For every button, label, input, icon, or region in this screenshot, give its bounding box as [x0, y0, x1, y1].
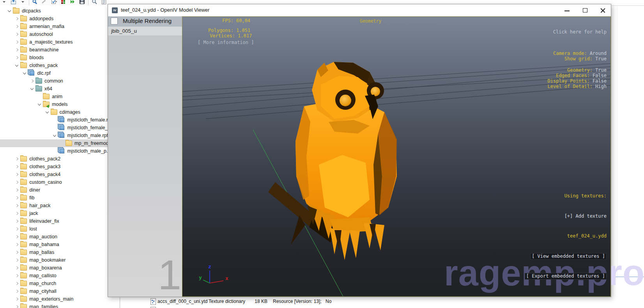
multiple-rendering-checkbox[interactable]: [111, 18, 118, 25]
chevron-right-icon[interactable]: [14, 156, 19, 162]
tree-item-clothes_pack[interactable]: clothes_pack: [0, 62, 108, 69]
chevron-right-icon[interactable]: [14, 172, 19, 177]
chevron-right-icon[interactable]: [14, 226, 19, 232]
color-blocks-icon[interactable]: [60, 0, 67, 5]
tree-item-map_bahama[interactable]: map_bahama: [0, 241, 108, 248]
tree-item-cdimages[interactable]: cdimages: [0, 108, 108, 116]
help-link[interactable]: Click here for help: [548, 29, 607, 35]
tree-item-mp_m_freemode_01_m[interactable]: mp_m_freemode_01_m: [0, 139, 108, 147]
save-icon[interactable]: [79, 0, 85, 5]
search-icon[interactable]: [91, 0, 98, 5]
chevron-right-icon[interactable]: [14, 273, 19, 278]
tree-item-mjsticloth_female_p.rpf[interactable]: mjsticloth_female_p.rpf: [0, 124, 108, 132]
tree-item-lifeinvader_fix[interactable]: lifeinvader_fix: [0, 217, 108, 225]
tree-item-lost[interactable]: lost: [0, 225, 108, 233]
chevron-right-icon[interactable]: [14, 55, 19, 60]
setting-camera-mode[interactable]: Camera mode:Around: [548, 51, 607, 56]
chevron-right-icon[interactable]: [14, 250, 19, 255]
tree-item-x64[interactable]: x64: [0, 85, 108, 93]
play-icon[interactable]: [69, 0, 76, 5]
setting-geometry[interactable]: Geometry:True: [548, 67, 607, 73]
tree-item-map_callisto[interactable]: map_callisto: [0, 272, 108, 280]
setting-display-points[interactable]: Display Points:False: [548, 78, 607, 84]
tree-item-clothes_pack2[interactable]: clothes_pack2: [0, 155, 108, 163]
tree-item-mjsticloth_male.rpf[interactable]: mjsticloth_male.rpf: [0, 132, 108, 139]
close-button[interactable]: [597, 7, 609, 14]
model-list-item[interactable]: jbib_005_u: [108, 26, 182, 35]
more-information-link[interactable]: [ More information ]: [198, 40, 254, 45]
tree-item-mjsticloth_male_p.rpf[interactable]: mjsticloth_male_p.rpf: [0, 147, 108, 155]
chevron-right-icon[interactable]: [14, 218, 19, 224]
minimize-button[interactable]: [561, 7, 573, 14]
setting-level-of-detail[interactable]: Level of Detail:High: [548, 84, 607, 89]
dropdown-caret-icon[interactable]: [1, 0, 7, 5]
tree-item-clothes_pack4[interactable]: clothes_pack4: [0, 171, 108, 178]
setting-edged-faces[interactable]: Edged Faces:False: [548, 73, 607, 78]
tree-item-clothes_pack3[interactable]: clothes_pack3: [0, 163, 108, 171]
chevron-down-icon[interactable]: [37, 102, 42, 107]
chevron-right-icon[interactable]: [14, 234, 19, 239]
import-window-icon[interactable]: [10, 0, 17, 5]
chevron-right-icon[interactable]: [14, 32, 19, 37]
chevron-right-icon[interactable]: [14, 195, 19, 201]
chevron-right-icon[interactable]: [14, 164, 19, 169]
tree-item-dlc.rpf[interactable]: dlc.rpf: [0, 69, 108, 77]
chevron-right-icon[interactable]: [14, 180, 19, 185]
chevron-right-icon[interactable]: [29, 78, 35, 84]
chevron-down-icon[interactable]: [52, 133, 57, 138]
dropdown-caret-icon[interactable]: [19, 0, 26, 5]
tasks-check-icon[interactable]: [51, 0, 57, 5]
chevron-right-icon[interactable]: [14, 203, 19, 208]
chevron-right-icon[interactable]: [14, 24, 19, 29]
chevron-right-icon[interactable]: [14, 187, 19, 193]
file-row[interactable]: accs_diff_000_c_uni.ytdTexture dictionar…: [0, 306, 429, 308]
chevron-right-icon[interactable]: [14, 289, 19, 294]
chevron-right-icon[interactable]: [14, 211, 19, 216]
chevron-right-icon[interactable]: [14, 39, 19, 45]
chevron-right-icon[interactable]: [14, 47, 19, 53]
tree-item-bloods[interactable]: bloods: [0, 54, 108, 62]
tree-item-map_church[interactable]: map_church: [0, 280, 108, 287]
tree-item-jack[interactable]: jack: [0, 209, 108, 217]
tools-icon[interactable]: [32, 0, 39, 5]
chevron-down-icon[interactable]: [29, 86, 35, 92]
tree-splitter[interactable]: [120, 297, 120, 308]
chevron-right-icon[interactable]: [14, 16, 19, 21]
tree-item-map_cityhall[interactable]: map_cityhall: [0, 287, 108, 295]
chevron-right-icon[interactable]: [14, 281, 19, 286]
tree-item-autoschool[interactable]: autoschool: [0, 30, 108, 38]
tree-item-diner[interactable]: diner: [0, 186, 108, 194]
chevron-down-icon[interactable]: [22, 70, 27, 76]
tree-item-a_majestic_textures[interactable]: a_majestic_textures: [0, 38, 108, 46]
view-embedded-textures-button[interactable]: [ View embedded textures ]: [530, 253, 607, 260]
chevron-down-icon[interactable]: [44, 109, 50, 115]
chevron-right-icon[interactable]: [14, 265, 19, 271]
file-row[interactable]: accs_diff_000_c_uni.ytdTexture dictionar…: [0, 297, 429, 305]
chevron-right-icon[interactable]: [14, 257, 19, 263]
tree-item-map_ballas[interactable]: map_ballas: [0, 248, 108, 256]
tree-item-map_auction[interactable]: map_auction: [0, 233, 108, 241]
add-texture-button[interactable]: [+] Add texture: [525, 213, 607, 220]
chevron-down-icon[interactable]: [7, 8, 12, 14]
tab-geometry[interactable]: Geometry: [360, 18, 381, 24]
tree-item-anim[interactable]: anim: [0, 93, 108, 100]
export-embedded-textures-button[interactable]: [ Export embedded textures ]: [525, 273, 607, 280]
chevron-down-icon[interactable]: [14, 63, 19, 68]
tree-item-common[interactable]: common: [0, 77, 108, 85]
tree-item-models[interactable]: models: [0, 100, 108, 108]
chevron-right-icon[interactable]: [14, 242, 19, 247]
tree-item-fib[interactable]: fib: [0, 194, 108, 202]
tree-item-armenian_mafia[interactable]: armenian_mafia: [0, 23, 108, 30]
tree-item-mjsticloth_female.rpf[interactable]: mjsticloth_female.rpf: [0, 116, 108, 124]
maximize-button[interactable]: [579, 7, 591, 14]
window-titlebar[interactable]: IV teef_024_u.ydd - OpenIV Model Viewer: [108, 4, 611, 16]
tree-item-addonpeds[interactable]: addonpeds: [0, 15, 108, 23]
tree-item-hair_pack[interactable]: hair_pack: [0, 202, 108, 209]
tree-item-custom_casino[interactable]: custom_casino: [0, 178, 108, 186]
tree-item-map_boxarena[interactable]: map_boxarena: [0, 264, 108, 272]
viewport-3d[interactable]: ragemp.pro FPS:60,04 Polygons:1.051 Vert…: [182, 16, 611, 297]
list-view-icon[interactable]: [101, 0, 107, 5]
tab-skeleton[interactable]: Skeleton: [414, 18, 435, 24]
tree-item-beanmachine[interactable]: beanmachine: [0, 46, 108, 54]
tree-item-map_bookmaker[interactable]: map_bookmaker: [0, 256, 108, 264]
